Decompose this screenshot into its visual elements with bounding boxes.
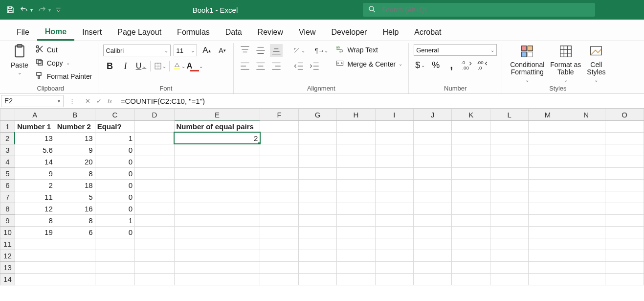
cell-G12[interactable] (298, 250, 337, 261)
row-header-12[interactable]: 12 (0, 250, 15, 261)
row-header-1[interactable]: 1 (0, 120, 15, 132)
cell-O1[interactable] (605, 120, 644, 132)
cell-C3[interactable]: 0 (95, 144, 134, 156)
cell-I11[interactable] (375, 238, 413, 250)
col-header-I[interactable]: I (375, 109, 413, 120)
decrease-decimal-icon[interactable]: .00.0 (476, 59, 489, 71)
cell-L7[interactable] (490, 191, 528, 203)
tab-view[interactable]: View (291, 23, 323, 41)
cell-O4[interactable] (605, 156, 644, 167)
cell-B7[interactable]: 5 (55, 191, 95, 203)
cell-K5[interactable] (452, 167, 490, 179)
cell-L6[interactable] (490, 179, 528, 191)
merge-center-button[interactable]: Merge & Center ⌄ (334, 58, 403, 69)
font-name-select[interactable]: Calibri⌄ (103, 45, 171, 56)
col-header-J[interactable]: J (414, 109, 452, 120)
tab-help[interactable]: Help (375, 23, 406, 41)
cell-I5[interactable] (375, 167, 413, 179)
formula-input[interactable] (118, 94, 644, 108)
cell-L9[interactable] (490, 214, 528, 226)
cell-A14[interactable] (15, 273, 55, 285)
cell-G3[interactable] (298, 144, 337, 156)
cell-N13[interactable] (567, 261, 605, 273)
cell-F3[interactable] (260, 144, 298, 156)
number-format-select[interactable]: General⌄ (414, 44, 497, 56)
cell-A5[interactable]: 9 (15, 167, 55, 179)
cell-M12[interactable] (529, 250, 567, 261)
cell-K11[interactable] (452, 238, 490, 250)
cell-J2[interactable] (414, 132, 452, 144)
tab-file[interactable]: File (9, 23, 37, 41)
cell-E4[interactable] (174, 156, 260, 167)
cell-D7[interactable] (135, 191, 174, 203)
cell-N3[interactable] (567, 144, 605, 156)
italic-button[interactable]: I (119, 60, 132, 72)
cell-K4[interactable] (452, 156, 490, 167)
fill-color-button[interactable]: ⌄ (173, 60, 185, 72)
cell-M2[interactable] (529, 132, 567, 144)
cell-I7[interactable] (375, 191, 413, 203)
fx-icon[interactable]: fx (108, 97, 112, 105)
bold-button[interactable]: B (103, 60, 116, 72)
cell-F10[interactable] (260, 226, 298, 238)
cell-B13[interactable] (55, 261, 95, 273)
cell-B10[interactable]: 6 (55, 226, 95, 238)
cell-F7[interactable] (260, 191, 298, 203)
cell-H13[interactable] (337, 261, 375, 273)
cell-D4[interactable] (135, 156, 174, 167)
cell-O7[interactable] (605, 191, 644, 203)
cell-A10[interactable]: 19 (15, 226, 55, 238)
cell-E2[interactable]: 2 (174, 132, 260, 144)
align-middle-icon[interactable] (254, 44, 267, 57)
cell-C6[interactable]: 0 (95, 179, 134, 191)
cell-N7[interactable] (567, 191, 605, 203)
cell-N2[interactable] (567, 132, 605, 144)
cell-I6[interactable] (375, 179, 413, 191)
cell-B9[interactable]: 8 (55, 214, 95, 226)
cell-H12[interactable] (337, 250, 375, 261)
cell-L10[interactable] (490, 226, 528, 238)
cell-K1[interactable] (452, 120, 490, 132)
cell-O8[interactable] (605, 203, 644, 214)
cell-E8[interactable] (174, 203, 260, 214)
cell-M10[interactable] (529, 226, 567, 238)
cell-J1[interactable] (414, 120, 452, 132)
cell-G1[interactable] (298, 120, 337, 132)
cell-J11[interactable] (414, 238, 452, 250)
tab-review[interactable]: Review (250, 23, 291, 41)
cell-O13[interactable] (605, 261, 644, 273)
cell-C5[interactable]: 0 (95, 167, 134, 179)
row-header-3[interactable]: 3 (0, 144, 15, 156)
cell-G13[interactable] (298, 261, 337, 273)
redo-icon[interactable]: ▾ (37, 5, 51, 14)
cell-E12[interactable] (174, 250, 260, 261)
cell-I12[interactable] (375, 250, 413, 261)
cell-J9[interactable] (414, 214, 452, 226)
col-header-L[interactable]: L (490, 109, 528, 120)
cell-O5[interactable] (605, 167, 644, 179)
cell-N1[interactable] (567, 120, 605, 132)
row-header-13[interactable]: 13 (0, 261, 15, 273)
cell-D2[interactable] (135, 132, 174, 144)
cell-I4[interactable] (375, 156, 413, 167)
row-header-9[interactable]: 9 (0, 214, 15, 226)
cell-H8[interactable] (337, 203, 375, 214)
enter-icon[interactable]: ✓ (96, 97, 102, 105)
cell-B3[interactable]: 9 (55, 144, 95, 156)
cell-K10[interactable] (452, 226, 490, 238)
accounting-format-icon[interactable]: $⌄ (414, 59, 426, 71)
cell-D10[interactable] (135, 226, 174, 238)
cell-N8[interactable] (567, 203, 605, 214)
tab-acrobat[interactable]: Acrobat (406, 23, 449, 41)
cell-M11[interactable] (529, 238, 567, 250)
ltr-icon[interactable]: ¶→⌄ (315, 44, 328, 57)
cell-I8[interactable] (375, 203, 413, 214)
save-icon[interactable] (6, 5, 15, 14)
cell-F4[interactable] (260, 156, 298, 167)
tab-page-layout[interactable]: Page Layout (110, 23, 169, 41)
increase-decimal-icon[interactable]: .0.00 (461, 59, 473, 71)
cell-A2[interactable]: 13 (15, 132, 55, 144)
cell-O6[interactable] (605, 179, 644, 191)
tab-home[interactable]: Home (37, 23, 74, 41)
cell-J5[interactable] (414, 167, 452, 179)
